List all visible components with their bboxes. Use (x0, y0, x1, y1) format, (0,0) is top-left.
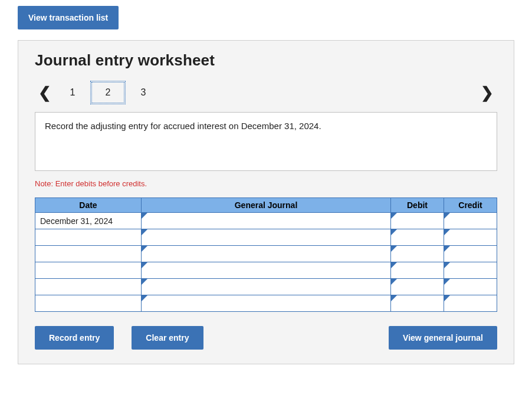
cell-date[interactable] (35, 295, 142, 312)
cell-date[interactable] (35, 262, 142, 279)
worksheet-title: Journal entry worksheet (35, 51, 497, 70)
clear-entry-button[interactable]: Clear entry (132, 326, 203, 350)
entry-tab-1[interactable]: 1 (55, 81, 90, 104)
col-date: Date (35, 198, 142, 213)
col-credit: Credit (444, 198, 497, 213)
journal-worksheet-panel: Journal entry worksheet ❮ 1 2 3 ❯ Record… (18, 40, 514, 364)
cell-general-journal[interactable] (142, 295, 391, 312)
table-row (35, 295, 497, 312)
cell-general-journal[interactable] (142, 229, 391, 246)
cell-date[interactable]: December 31, 2024 (35, 213, 142, 229)
cell-credit[interactable] (444, 213, 497, 229)
cell-debit[interactable] (391, 295, 444, 312)
cell-credit[interactable] (444, 229, 497, 246)
col-general-journal: General Journal (142, 198, 391, 213)
view-transaction-list-button[interactable]: View transaction list (18, 6, 119, 29)
entry-instruction: Record the adjusting entry for accrued i… (35, 112, 497, 171)
table-row (35, 279, 497, 295)
cell-debit[interactable] (391, 246, 444, 262)
table-header-row: Date General Journal Debit Credit (35, 198, 497, 213)
record-entry-button[interactable]: Record entry (35, 326, 114, 350)
cell-general-journal[interactable] (142, 262, 391, 279)
cell-credit[interactable] (444, 279, 497, 295)
debits-before-credits-note: Note: Enter debits before credits. (35, 179, 497, 188)
entry-tab-3[interactable]: 3 (126, 81, 161, 104)
view-general-journal-button[interactable]: View general journal (389, 326, 497, 350)
cell-general-journal[interactable] (142, 213, 391, 229)
cell-debit[interactable] (391, 279, 444, 295)
cell-credit[interactable] (444, 295, 497, 312)
table-row (35, 246, 497, 262)
cell-date[interactable] (35, 229, 142, 246)
cell-debit[interactable] (391, 229, 444, 246)
table-row (35, 262, 497, 279)
chevron-right-icon[interactable]: ❯ (477, 85, 497, 100)
col-debit: Debit (391, 198, 444, 213)
cell-date[interactable] (35, 279, 142, 295)
table-row: December 31, 2024 (35, 213, 497, 229)
cell-general-journal[interactable] (142, 246, 391, 262)
cell-credit[interactable] (444, 246, 497, 262)
chevron-left-icon[interactable]: ❮ (35, 85, 55, 100)
table-row (35, 229, 497, 246)
action-button-row: Record entry Clear entry View general jo… (35, 326, 497, 350)
entry-nav: ❮ 1 2 3 ❯ (35, 78, 497, 107)
cell-debit[interactable] (391, 213, 444, 229)
entry-tab-2[interactable]: 2 (90, 81, 126, 104)
cell-debit[interactable] (391, 262, 444, 279)
cell-date[interactable] (35, 246, 142, 262)
cell-credit[interactable] (444, 262, 497, 279)
journal-entry-table: Date General Journal Debit Credit Decemb… (35, 197, 497, 312)
cell-general-journal[interactable] (142, 279, 391, 295)
